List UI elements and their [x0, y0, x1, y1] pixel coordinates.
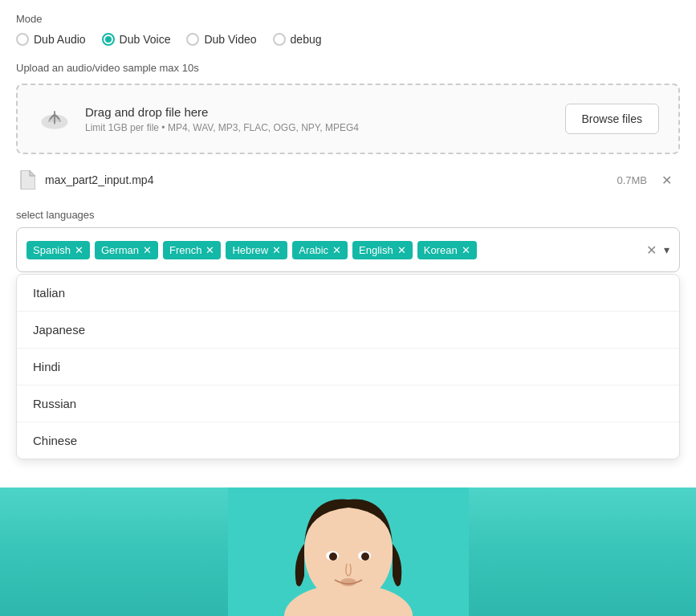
upload-limit-text: Limit 1GB per file • MP4, WAV, MP3, FLAC…: [85, 122, 359, 133]
file-name: max_part2_input.mp4: [45, 173, 600, 186]
tag-korean: Korean ✕: [417, 241, 477, 259]
tag-spanish: Spanish ✕: [26, 241, 90, 259]
upload-dropzone[interactable]: Drag and drop file here Limit 1GB per fi…: [16, 84, 680, 154]
tag-spanish-label: Spanish: [33, 244, 71, 256]
tag-english: English ✕: [352, 241, 413, 259]
upload-cloud-icon: [37, 101, 72, 137]
mode-option-dub-video[interactable]: Dub Video: [186, 33, 256, 46]
video-background: [0, 487, 696, 616]
tag-german: German ✕: [95, 241, 158, 259]
radio-dub-voice-label: Dub Voice: [120, 33, 171, 46]
radio-dub-video[interactable]: [186, 33, 199, 46]
svg-point-8: [340, 578, 356, 586]
tag-german-remove[interactable]: ✕: [143, 245, 152, 255]
svg-point-7: [361, 553, 369, 561]
tag-arabic-label: Arabic: [299, 244, 328, 256]
tag-english-label: English: [359, 244, 393, 256]
mode-option-debug[interactable]: debug: [273, 33, 322, 46]
person-silhouette: [228, 487, 469, 616]
tag-arabic-remove[interactable]: ✕: [332, 245, 341, 255]
browse-files-button[interactable]: Browse files: [565, 104, 659, 134]
tag-korean-remove[interactable]: ✕: [462, 245, 470, 255]
drag-drop-text: Drag and drop file here: [85, 105, 359, 119]
svg-point-6: [329, 553, 337, 561]
radio-dub-audio-label: Dub Audio: [34, 33, 86, 46]
dropdown-toggle-button[interactable]: ▾: [664, 243, 670, 256]
language-selector-wrapper: Spanish ✕ German ✕ French ✕ Hebrew ✕ Ara…: [16, 227, 680, 272]
mode-radio-group: Dub Audio Dub Voice Dub Video debug: [16, 33, 680, 46]
tag-french-remove[interactable]: ✕: [206, 245, 214, 255]
dropdown-item-russian[interactable]: Russian: [17, 386, 679, 422]
mode-label: Mode: [16, 13, 680, 25]
language-select-container[interactable]: Spanish ✕ German ✕ French ✕ Hebrew ✕ Ara…: [16, 227, 680, 272]
mode-option-dub-audio[interactable]: Dub Audio: [16, 33, 86, 46]
language-select-label: select languages: [16, 209, 680, 221]
file-icon: [19, 170, 35, 190]
upload-left: Drag and drop file here Limit 1GB per fi…: [37, 101, 359, 137]
dropdown-item-chinese[interactable]: Chinese: [17, 422, 679, 459]
tag-french-label: French: [169, 244, 201, 256]
language-dropdown-list: Italian Japanese Hindi Russian Chinese: [16, 274, 680, 459]
mode-option-dub-voice[interactable]: Dub Voice: [102, 33, 171, 46]
tag-korean-label: Korean: [424, 244, 458, 256]
tag-german-label: German: [101, 244, 139, 256]
radio-dub-audio[interactable]: [16, 33, 29, 46]
select-controls: ✕ ▾: [641, 240, 670, 259]
main-container: Mode Dub Audio Dub Voice Dub Video debug…: [0, 0, 696, 285]
tag-french: French ✕: [163, 241, 221, 259]
upload-section-label: Upload an audio/video sample max 10s: [16, 62, 680, 74]
video-section: [0, 487, 696, 616]
dropdown-item-hindi[interactable]: Hindi: [17, 349, 679, 386]
tag-spanish-remove[interactable]: ✕: [75, 245, 83, 255]
clear-all-button[interactable]: ✕: [641, 240, 661, 259]
dropdown-item-italian[interactable]: Italian: [17, 275, 679, 312]
file-size: 0.7MB: [617, 174, 647, 186]
radio-dub-voice[interactable]: [102, 33, 115, 46]
tag-hebrew-remove[interactable]: ✕: [272, 245, 281, 255]
radio-debug-label: debug: [291, 33, 322, 46]
tag-english-remove[interactable]: ✕: [397, 245, 406, 255]
upload-text-group: Drag and drop file here Limit 1GB per fi…: [85, 105, 359, 133]
tag-hebrew: Hebrew ✕: [226, 241, 287, 259]
radio-dub-video-label: Dub Video: [204, 33, 256, 46]
tag-hebrew-label: Hebrew: [232, 244, 268, 256]
tag-arabic: Arabic ✕: [292, 241, 348, 259]
file-remove-button[interactable]: ✕: [657, 171, 677, 190]
dropdown-item-japanese[interactable]: Japanese: [17, 312, 679, 349]
radio-debug[interactable]: [273, 33, 286, 46]
uploaded-file-row: max_part2_input.mp4 0.7MB ✕: [16, 164, 680, 196]
